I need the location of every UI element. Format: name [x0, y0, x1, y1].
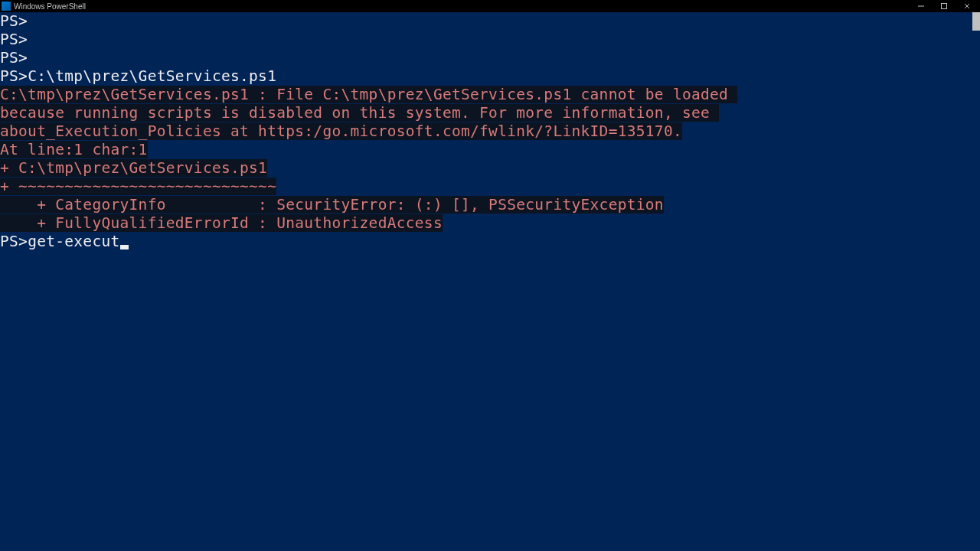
terminal-area[interactable]: PS>PS>PS>PS>C:\tmp\prez\GetServices.ps1C…: [0, 12, 980, 551]
prompt: PS>: [0, 49, 28, 67]
prompt: PS>: [0, 233, 28, 250]
titlebar[interactable]: Windows PowerShell: [0, 0, 980, 12]
cursor: [120, 245, 129, 249]
window-controls: [910, 0, 978, 12]
current-input[interactable]: get-execut: [28, 233, 119, 250]
error-line: + CategoryInfo : SecurityError: (:) [], …: [0, 196, 664, 214]
error-line: At line:1 char:1: [0, 141, 148, 158]
prompt: PS>: [0, 31, 28, 48]
error-line: C:\tmp\prez\GetServices.ps1 : File C:\tm…: [0, 86, 737, 103]
error-line: + C:\tmp\prez\GetServices.ps1: [0, 159, 267, 177]
command-text: C:\tmp\prez\GetServices.ps1: [28, 67, 276, 85]
svg-rect-1: [942, 4, 947, 9]
error-line: + ~~~~~~~~~~~~~~~~~~~~~~~~~~~~: [0, 178, 276, 195]
close-button[interactable]: [956, 0, 978, 12]
scrollbar-thumb[interactable]: [972, 12, 980, 31]
error-line: about_Execution_Policies at https:/go.mi…: [0, 122, 682, 140]
prompt: PS>: [0, 12, 28, 30]
maximize-button[interactable]: [933, 0, 956, 12]
prompt: PS>: [0, 67, 28, 85]
error-line: + FullyQualifiedErrorId : UnauthorizedAc…: [0, 214, 443, 232]
minimize-button[interactable]: [910, 0, 933, 12]
scrollbar[interactable]: [972, 12, 980, 551]
window-title: Windows PowerShell: [14, 2, 86, 11]
error-line: because running scripts is disabled on t…: [0, 104, 719, 122]
app-icon: [2, 2, 11, 11]
titlebar-left: Windows PowerShell: [2, 2, 86, 11]
